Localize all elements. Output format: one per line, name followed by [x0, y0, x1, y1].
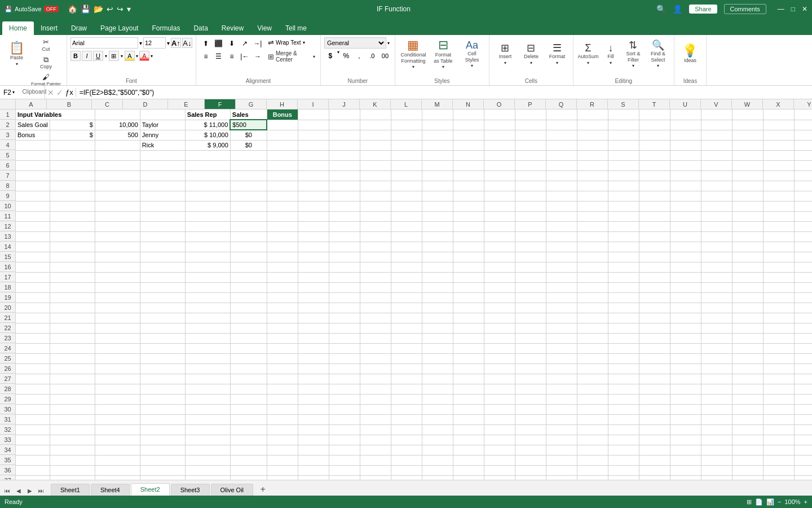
cell-B10[interactable]: [50, 201, 95, 211]
cell-L2[interactable]: [422, 120, 453, 130]
cell-M26[interactable]: [453, 364, 484, 374]
cell-H35[interactable]: [298, 455, 329, 465]
cell-D6[interactable]: [140, 160, 185, 170]
row-header-7[interactable]: 7: [0, 170, 16, 181]
cell-X36[interactable]: [794, 465, 812, 475]
cell-F23[interactable]: [230, 333, 267, 343]
cell-V36[interactable]: [732, 465, 763, 475]
cell-P9[interactable]: [546, 191, 577, 201]
cell-O8[interactable]: [515, 181, 546, 191]
cell-D15[interactable]: [140, 252, 185, 262]
cell-F2[interactable]: $500: [230, 120, 267, 130]
cell-I37[interactable]: [329, 475, 360, 480]
row-header-6[interactable]: 6: [0, 160, 16, 170]
cell-P5[interactable]: [546, 150, 577, 160]
cell-B8[interactable]: [50, 181, 95, 191]
cell-C11[interactable]: [95, 211, 140, 221]
cell-R25[interactable]: [608, 353, 639, 364]
cell-K36[interactable]: [391, 465, 422, 475]
cell-M24[interactable]: [453, 343, 484, 353]
cell-H4[interactable]: [298, 140, 329, 150]
cell-P37[interactable]: [546, 475, 577, 480]
paste-button[interactable]: 📋 Paste ▾: [6, 37, 28, 71]
cell-H25[interactable]: [298, 353, 329, 364]
italic-button[interactable]: I: [82, 51, 92, 61]
cell-E23[interactable]: [185, 333, 230, 343]
row-header-21[interactable]: 21: [0, 313, 16, 323]
cell-E13[interactable]: [185, 231, 230, 242]
row-header-28[interactable]: 28: [0, 384, 16, 394]
cell-A24[interactable]: [16, 343, 50, 353]
cell-T10[interactable]: [670, 201, 701, 211]
cell-K8[interactable]: [391, 181, 422, 191]
cell-S12[interactable]: [639, 221, 670, 231]
cell-V28[interactable]: [732, 384, 763, 394]
cell-B5[interactable]: [50, 150, 95, 160]
cell-V35[interactable]: [732, 455, 763, 465]
cell-A15[interactable]: [16, 252, 50, 262]
cell-H21[interactable]: [298, 313, 329, 323]
cell-U28[interactable]: [701, 384, 732, 394]
cell-S18[interactable]: [639, 282, 670, 292]
cell-K4[interactable]: [391, 140, 422, 150]
close-icon[interactable]: ✕: [802, 5, 807, 13]
cell-P22[interactable]: [546, 323, 577, 333]
row-header-20[interactable]: 20: [0, 303, 16, 313]
sheet-next-button[interactable]: ▶: [25, 485, 35, 496]
conditional-formatting-button[interactable]: ▦ ConditionalFormatting ▾: [399, 37, 428, 71]
cell-L13[interactable]: [422, 231, 453, 242]
cell-X27[interactable]: [794, 374, 812, 384]
cell-R33[interactable]: [608, 435, 639, 445]
cell-N13[interactable]: [484, 231, 515, 242]
cell-K23[interactable]: [391, 333, 422, 343]
cell-X22[interactable]: [794, 323, 812, 333]
cell-F17[interactable]: [230, 272, 267, 282]
cell-N1[interactable]: [515, 110, 546, 120]
row-header-34[interactable]: 34: [0, 445, 16, 455]
cell-I29[interactable]: [329, 394, 360, 404]
cell-A8[interactable]: [16, 181, 50, 191]
cell-E24[interactable]: [185, 343, 230, 353]
cell-B15[interactable]: [50, 252, 95, 262]
cell-K7[interactable]: [391, 170, 422, 181]
cell-B7[interactable]: [50, 170, 95, 181]
cell-P34[interactable]: [546, 445, 577, 455]
cell-G9[interactable]: [267, 191, 298, 201]
cell-D13[interactable]: [140, 231, 185, 242]
cell-R24[interactable]: [608, 343, 639, 353]
cell-S23[interactable]: [639, 333, 670, 343]
cell-X17[interactable]: [794, 272, 812, 282]
cell-M34[interactable]: [453, 445, 484, 455]
cell-T30[interactable]: [670, 404, 701, 414]
cell-O35[interactable]: [515, 455, 546, 465]
cell-I10[interactable]: [329, 201, 360, 211]
cell-B35[interactable]: [50, 455, 95, 465]
cell-U23[interactable]: [701, 333, 732, 343]
cell-V23[interactable]: [732, 333, 763, 343]
cell-X26[interactable]: [794, 364, 812, 374]
cell-D32[interactable]: [140, 424, 185, 435]
cell-L6[interactable]: [422, 160, 453, 170]
cell-M18[interactable]: [453, 282, 484, 292]
cell-O10[interactable]: [515, 201, 546, 211]
cell-I23[interactable]: [329, 333, 360, 343]
cell-M32[interactable]: [453, 424, 484, 435]
cell-C1[interactable]: [140, 110, 185, 120]
cell-J11[interactable]: [360, 211, 391, 221]
cell-T12[interactable]: [670, 221, 701, 231]
share-button[interactable]: Share: [689, 5, 717, 14]
cell-P4[interactable]: [546, 140, 577, 150]
cell-S28[interactable]: [639, 384, 670, 394]
row-header-3[interactable]: 3: [0, 130, 16, 140]
cell-S20[interactable]: [639, 303, 670, 313]
cell-G37[interactable]: [267, 475, 298, 480]
cell-H16[interactable]: [298, 262, 329, 272]
cell-N19[interactable]: [484, 292, 515, 303]
cell-B9[interactable]: [50, 191, 95, 201]
cell-G18[interactable]: [267, 282, 298, 292]
cell-O11[interactable]: [515, 211, 546, 221]
grid-body[interactable]: Input VariablesSales RepSalesBonusSales …: [16, 110, 812, 480]
cell-L26[interactable]: [422, 364, 453, 374]
cell-A1[interactable]: Input Variables: [16, 110, 95, 120]
cell-J17[interactable]: [360, 272, 391, 282]
